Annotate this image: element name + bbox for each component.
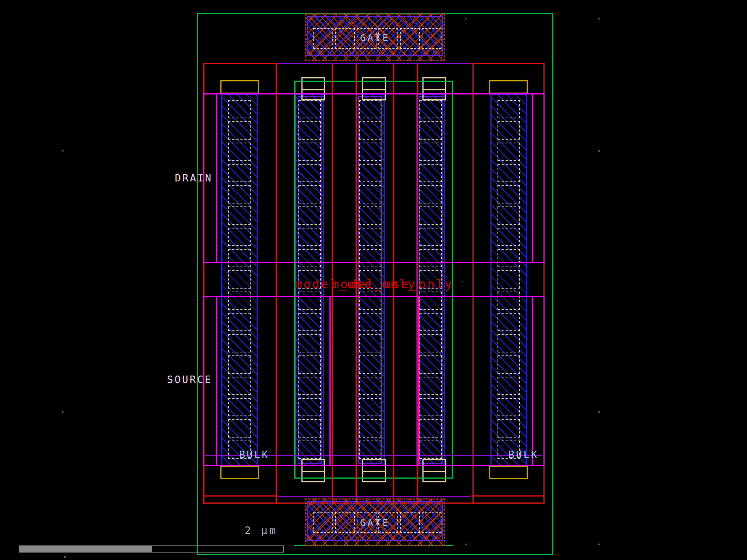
drain-metal-inner-edge — [216, 94, 217, 262]
watermark-text-2: model_use_only — [332, 277, 453, 291]
gate-label-top: GATE — [306, 32, 444, 43]
bulk-label-left: BULK — [239, 449, 269, 460]
source-metal-inner-edge — [532, 297, 533, 465]
source-label: SOURCE — [167, 374, 213, 385]
purple-horizontal-line — [278, 63, 470, 64]
source-metal-rect — [203, 296, 545, 466]
red-vertical-line — [472, 63, 474, 504]
bulk-label-right: BULK — [508, 449, 539, 460]
scalebar-empty-segment — [151, 545, 284, 553]
grid-dot — [62, 150, 63, 152]
grid-dot — [598, 150, 600, 152]
grid-dot — [598, 544, 600, 545]
layout-canvas[interactable]: GATE GATE DRAIN SOURCE BULK BULK model_u… — [0, 0, 747, 560]
grid-dot — [62, 411, 63, 413]
gate-pad-top: GATE — [305, 13, 445, 61]
gate-pad-bottom: GATE — [305, 498, 445, 546]
scalebar-label: 2 µm — [245, 525, 278, 536]
red-horizontal-segment — [471, 495, 545, 497]
source-metal-inner-edge — [329, 297, 331, 465]
drain-metal-rect — [203, 93, 545, 263]
drain-label: DRAIN — [175, 172, 213, 184]
source-metal-inner-edge — [418, 297, 419, 465]
grid-dot — [598, 411, 600, 413]
red-vertical-line — [276, 63, 277, 504]
red-horizontal-segment — [203, 495, 277, 497]
grid-dot — [598, 18, 600, 19]
source-metal-inner-edge — [216, 297, 217, 465]
grid-dot — [64, 556, 66, 558]
purple-horizontal-line — [278, 496, 470, 497]
drain-metal-inner-edge — [532, 94, 533, 262]
scalebar-filled-segment — [19, 545, 151, 553]
gate-label-bottom: GATE — [306, 517, 444, 528]
